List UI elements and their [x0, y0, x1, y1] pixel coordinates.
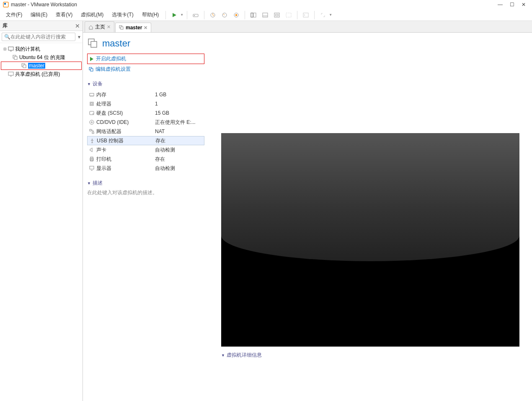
device-value: 1 GB	[155, 92, 166, 98]
sidebar-search: 🔍 ▼	[0, 31, 83, 43]
svg-rect-43	[90, 157, 93, 158]
device-harddisk[interactable]: 硬盘 (SCSI) 15 GB	[87, 108, 204, 118]
description-section-header[interactable]: ▼ 描述	[87, 180, 204, 187]
network-icon	[89, 129, 96, 134]
section-title: 虚拟机详细信息	[227, 352, 262, 359]
power-on-vm-button[interactable]: 开启此虚拟机	[87, 54, 204, 64]
svg-rect-12	[274, 13, 279, 17]
maximize-button[interactable]: ☐	[506, 0, 518, 9]
svg-rect-9	[253, 13, 256, 17]
menu-file[interactable]: 文件(F)	[3, 10, 26, 20]
menubar: 文件(F) 编辑(E) 查看(V) 虚拟机(M) 选项卡(T) 帮助(H) ▼ …	[0, 9, 532, 21]
shared-icon	[8, 71, 14, 77]
cpu-icon	[89, 101, 96, 107]
svg-rect-21	[23, 65, 26, 68]
vm-preview-thumbnail[interactable]	[221, 133, 519, 347]
vm-details-section-header[interactable]: ▼ 虚拟机详细信息	[221, 352, 519, 359]
device-value: 15 GB	[155, 110, 169, 116]
stretch-dropdown[interactable]: ▼	[329, 13, 332, 17]
display-icon	[89, 165, 96, 171]
svg-rect-10	[263, 13, 268, 17]
device-value: 自动检测	[155, 165, 175, 172]
single-view-icon[interactable]	[260, 10, 270, 20]
edit-vm-settings-button[interactable]: 编辑虚拟机设置	[87, 65, 204, 74]
svg-rect-14	[286, 13, 291, 17]
cd-icon	[89, 119, 96, 125]
snapshot-manager-icon[interactable]	[231, 10, 241, 20]
device-processor[interactable]: 处理器 1	[87, 99, 204, 108]
vm-icon	[12, 54, 18, 61]
menu-edit[interactable]: 编辑(E)	[27, 10, 51, 20]
menu-tabs[interactable]: 选项卡(T)	[108, 10, 137, 20]
home-icon	[88, 25, 93, 30]
device-name: 显示器	[96, 165, 155, 172]
device-value: 存在	[155, 137, 165, 144]
snapshot-icon[interactable]	[208, 10, 218, 20]
collapse-icon[interactable]: ⊟	[3, 47, 8, 51]
device-sound[interactable]: 声卡 自动检测	[87, 145, 204, 154]
menu-help[interactable]: 帮助(H)	[139, 10, 163, 20]
action-label: 编辑虚拟机设置	[96, 66, 131, 73]
close-tab-icon[interactable]: ✕	[107, 24, 111, 30]
content-area: 主页 ✕ master ✕ master 开启此虚拟机	[83, 21, 532, 401]
tree-root-mycomputer[interactable]: ⊟ 我的计算机	[1, 45, 82, 53]
unity-icon[interactable]	[284, 10, 294, 20]
device-value: 存在	[155, 156, 165, 163]
description-placeholder[interactable]: 在此处键入对该虚拟机的描述。	[87, 189, 204, 196]
library-tree: ⊟ 我的计算机 Ubuntu 64 位 的克隆 master 共享虚拟机 (已弃…	[0, 43, 83, 80]
device-cddvd[interactable]: CD/DVD (IDE) 正在使用文件 E:...	[87, 118, 204, 127]
fullscreen-icon[interactable]	[272, 10, 282, 20]
device-network[interactable]: 网络适配器 NAT	[87, 127, 204, 136]
svg-point-37	[93, 113, 93, 114]
device-usb[interactable]: USB 控制器 存在	[87, 136, 204, 145]
sidebar-header: 库 ✕	[0, 21, 83, 31]
tab-master[interactable]: master ✕	[115, 23, 151, 32]
svg-point-39	[91, 122, 93, 123]
console-icon[interactable]	[301, 10, 311, 20]
send-ctrl-alt-del-icon[interactable]	[191, 10, 201, 20]
tab-home[interactable]: 主页 ✕	[85, 21, 114, 32]
snapshot-revert-icon[interactable]	[220, 10, 230, 20]
search-input[interactable]	[2, 33, 75, 41]
tree-shared-vms[interactable]: 共享虚拟机 (已弃用)	[1, 70, 82, 78]
svg-rect-19	[14, 57, 17, 59]
app-icon	[3, 1, 9, 8]
search-dropdown-icon[interactable]: ▼	[77, 35, 81, 39]
sidebar-title: 库	[3, 22, 75, 29]
sidebar-close-icon[interactable]: ✕	[75, 23, 80, 29]
device-value: 自动检测	[155, 147, 175, 154]
vm-icon	[119, 25, 124, 30]
device-name: 硬盘 (SCSI)	[96, 110, 155, 117]
menu-view[interactable]: 查看(V)	[52, 10, 76, 20]
settings-icon	[89, 67, 94, 72]
svg-rect-27	[91, 41, 97, 47]
device-display[interactable]: 显示器 自动检测	[87, 164, 204, 173]
tree-item-ubuntu-clone[interactable]: Ubuntu 64 位 的克隆	[1, 53, 82, 62]
window-title: master - VMware Workstation	[11, 2, 77, 8]
svg-rect-45	[90, 166, 94, 169]
tree-label: Ubuntu 64 位 的克隆	[19, 54, 65, 61]
tree-item-master[interactable]: master	[1, 62, 82, 70]
minimize-button[interactable]: —	[494, 0, 506, 9]
svg-rect-16	[8, 47, 13, 50]
device-printer[interactable]: 打印机 存在	[87, 154, 204, 164]
search-icon: 🔍	[4, 34, 10, 40]
devices-section-header[interactable]: ▼ 设备	[87, 80, 204, 87]
device-name: CD/DVD (IDE)	[96, 119, 155, 125]
computer-icon	[8, 46, 14, 52]
svg-rect-34	[90, 102, 93, 105]
svg-rect-8	[251, 13, 253, 17]
play-dropdown[interactable]: ▼	[180, 13, 183, 17]
printer-icon	[89, 156, 96, 162]
stretch-icon[interactable]	[318, 10, 328, 20]
close-tab-icon[interactable]: ✕	[144, 25, 147, 31]
section-title: 描述	[93, 180, 103, 187]
disclosure-down-icon: ▼	[87, 82, 91, 86]
close-button[interactable]: ✕	[518, 0, 529, 9]
device-memory[interactable]: 内存 1 GB	[87, 90, 204, 99]
vm-name-heading: master	[102, 38, 130, 49]
thumbnail-view-icon[interactable]	[248, 10, 258, 20]
menu-vm[interactable]: 虚拟机(M)	[77, 10, 107, 20]
svg-rect-40	[90, 129, 91, 131]
play-icon[interactable]	[169, 10, 179, 20]
